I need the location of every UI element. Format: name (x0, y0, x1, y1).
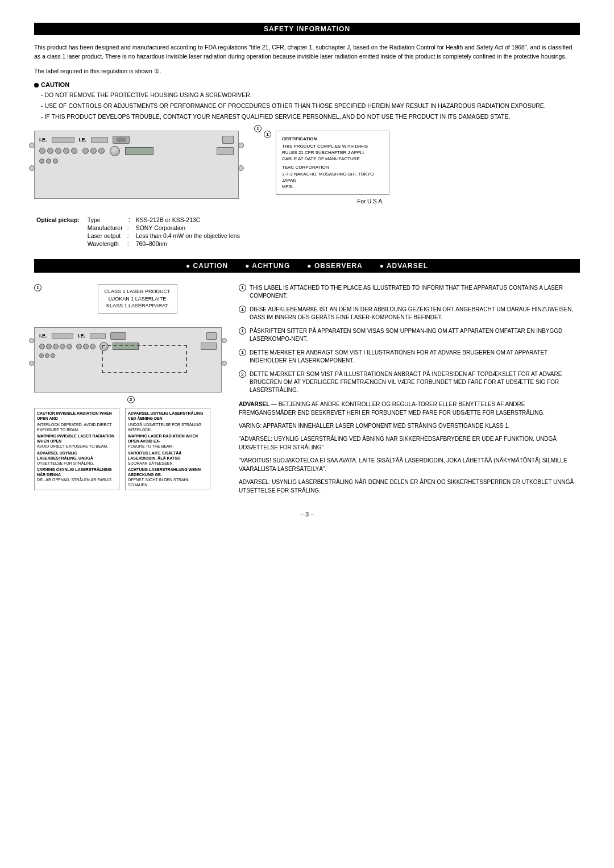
certification-box: CERTIFICATION THIS PRODUCT COMPLIES WITH… (276, 131, 389, 195)
caution-bar: ● CAUTION ● ACHTUNG ● OBSERVERA ● ADVARS… (34, 259, 580, 273)
dashed-overlay (102, 345, 187, 373)
op-type-label: Type (85, 216, 125, 224)
bottom-warning-stickers: CAUTION INVISIBLE RADIATION WHEN OPEN AN… (34, 408, 227, 490)
right-text-0: THIS LABEL IS ATTACHED TO THE PLACE AS I… (250, 284, 580, 300)
device-body-top: I.E. I.E. (34, 131, 239, 199)
extra-warn-0-bold: ADVARSEL — (239, 401, 277, 407)
cert-line2: RULES 21 CFR SUBCHAPTER J APPLI- (282, 149, 383, 156)
right-num-3: 1 (239, 349, 246, 356)
right-text-3: DETTE MÆRKET ER ANBRAGT SOM VIST I ILLUS… (250, 349, 580, 365)
cert-address: 3-7-3 NAKACHO, MUSASHINO-SHI, TOKYO JAPA… (282, 171, 383, 183)
extra-warn-0: ADVARSEL — BETJENING AF ANDRE KONTROLLER… (239, 400, 580, 417)
caution-bar-item-3: ● ADVARSEL (380, 262, 428, 270)
warning-sticker-2: ADVARSEL USYNLIG LASERSTRÅLING VED ÅBNIN… (125, 408, 210, 490)
op-wave-label: Wavelength (85, 240, 125, 248)
device-body-bottom: I.E. I.E. (34, 327, 222, 393)
op-mfg-label: Manufacturer (85, 224, 125, 232)
op-type-value: KSS-212B or KSS-213C (134, 216, 242, 224)
caution-list: - DO NOT REMOVE THE PROTECTIVE HOUSING U… (34, 90, 580, 121)
right-num-0: 1 (239, 284, 246, 291)
circle-num-1-top: 1 (254, 125, 262, 132)
circle-num-2: 2 (127, 396, 135, 403)
cert-title: CERTIFICATION (282, 136, 383, 142)
right-text-1: DIESE AUFKLEBEMARKE IST AN DEM IN DER AB… (250, 306, 580, 322)
circle-num-cert: 1 (264, 131, 271, 138)
optical-pickup-section: Optical pickup: Type : KSS-212B or KSS-2… (34, 216, 580, 248)
safety-information-header: SAFETY INFORMATION (34, 23, 580, 35)
extra-warn-1: VARING: APPARATEN INNEHÄLLER LASER LOMPO… (239, 422, 580, 430)
op-wave-value: 760–800nm (134, 240, 242, 248)
right-item-3: 1 DETTE MÆRKET ER ANBRAGT SOM VIST I ILL… (239, 349, 580, 365)
extra-warnings: ADVARSEL — BETJENING AF ANDRE KONTROLLER… (239, 400, 580, 495)
extra-warn-2: "ADVARSEL: USYNLIG LASERSTRÅLING VED ÅBN… (239, 435, 580, 452)
for-usa: For U.S.A. (357, 198, 384, 205)
right-item-4: 2 DETTE MÆRKET ER SOM VIST PÅ ILLUSTRATI… (239, 370, 580, 394)
caution-item-1: - DO NOT REMOVE THE PROTECTIVE HOUSING U… (34, 90, 580, 100)
caution-item-3: - IF THIS PRODUCT DEVELOPS TROUBLE, CONT… (34, 112, 580, 122)
circle-num-1-left: 1 (34, 284, 42, 291)
page-number: – 3 – (34, 511, 580, 518)
bullet-dot (34, 83, 39, 87)
right-text-2: PÅSKRIFTEN SITTER PÅ APPARATEN SOM VISAS… (250, 327, 580, 343)
cert-country: MFG. (282, 183, 383, 190)
device-diagram-top: 1 I.E. I.E. (34, 131, 250, 199)
caution-bar-item-1: ● ACHTUNG (245, 262, 290, 270)
device-diagram-bottom: I.E. I.E. (34, 327, 227, 393)
intro-paragraph: This product has been designed and manuf… (34, 43, 580, 61)
warning-sticker-1: CAUTION INVISIBLE RADIATION WHEN OPEN AN… (34, 408, 119, 490)
left-panel: 1 CLASS 1 LASER PRODUCT LUOKAN 1 LASERLA… (34, 284, 227, 499)
right-item-2: 1 PÅSKRIFTEN SITTER PÅ APPARATEN SOM VIS… (239, 327, 580, 343)
laser-label-box: CLASS 1 LASER PRODUCT LUOKAN 1 LASERLAIT… (98, 284, 177, 314)
extra-warn-4: ADVARSEL: USYNLIG LASERBESTRÅLING NÅR DE… (239, 478, 580, 495)
right-num-4: 2 (239, 370, 246, 378)
caution-label: CAUTION (34, 81, 580, 88)
device-cert-section: 1 I.E. I.E. (34, 131, 580, 205)
op-laser-value: Less than 0.4 mW on the objective lens (134, 232, 242, 240)
right-item-0: 1 THIS LABEL IS ATTACHED TO THE PLACE AS… (239, 284, 580, 300)
circle-2-indicator: 2 (34, 396, 227, 403)
label-line1: CLASS 1 LASER PRODUCT (103, 288, 172, 295)
optical-pickup-table: Optical pickup: Type : KSS-212B or KSS-2… (34, 216, 242, 248)
bottom-section: 1 CLASS 1 LASER PRODUCT LUOKAN 1 LASERLA… (34, 284, 580, 499)
caution-section: CAUTION - DO NOT REMOVE THE PROTECTIVE H… (34, 81, 580, 121)
extra-warn-0-text: BETJENING AF ANDRE KONTROLLER OG REGULA-… (239, 401, 545, 416)
label-box-section: 1 CLASS 1 LASER PRODUCT LUOKAN 1 LASERLA… (34, 284, 227, 319)
op-laser-label: Laser output (85, 232, 125, 240)
cert-line1: THIS PRODUCT COMPLIES WITH DHHS (282, 143, 383, 149)
label-line2: LUOKAN 1 LASERLAITE (103, 295, 172, 303)
right-panel: 1 THIS LABEL IS ATTACHED TO THE PLACE AS… (239, 284, 580, 499)
caution-bar-item-0: ● CAUTION (186, 262, 228, 270)
right-item-1: 1 DIESE AUFKLEBEMARKE IST AN DEM IN DER … (239, 306, 580, 322)
label-line3: KLASS 1 LASERAPPARAT (103, 302, 172, 310)
caution-item-2: - USE OF CONTROLS OR ADJUSTMENTS OR PERF… (34, 101, 580, 111)
right-num-2: 1 (239, 327, 246, 335)
cert-company: TEAC CORPORATION (282, 164, 383, 170)
label-note: The label required in this regulation is… (34, 67, 580, 76)
op-mfg-value: SONY Corporation (134, 224, 242, 232)
extra-warn-3: "VAROITUS! SUOJAKOTELOA EI SAA AVATA. LA… (239, 456, 580, 473)
certification-area: 1 CERTIFICATION THIS PRODUCT COMPLIES WI… (264, 131, 389, 205)
optical-pickup-label: Optical pickup: (34, 216, 85, 248)
right-text-4: DETTE MÆRKET ER SOM VIST PÅ ILLUSTRATION… (250, 370, 580, 394)
cert-line3: CABLE AT DATE OF MANUFACTURE (282, 156, 383, 162)
caution-bar-item-2: ● OBSERVERA (307, 262, 362, 270)
right-num-1: 1 (239, 306, 246, 313)
